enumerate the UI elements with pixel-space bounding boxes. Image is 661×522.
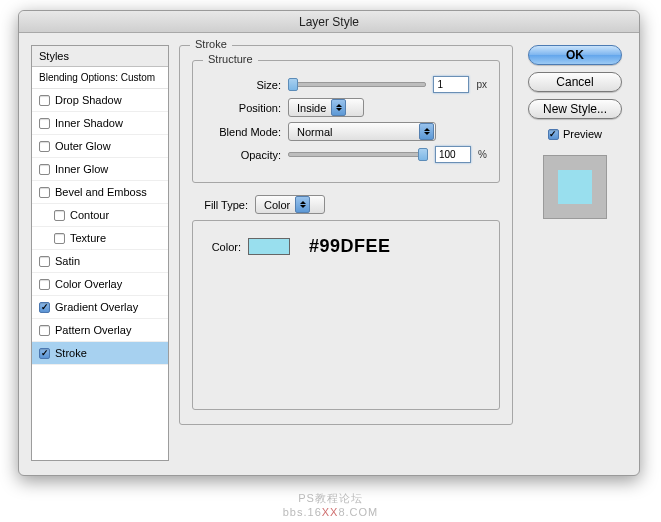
style-item-label: Inner Glow xyxy=(55,163,108,175)
checkbox-icon[interactable] xyxy=(39,95,50,106)
style-item-label: Outer Glow xyxy=(55,140,111,152)
dropdown-arrows-icon xyxy=(295,196,310,213)
style-item-pattern-overlay[interactable]: Pattern Overlay xyxy=(32,319,168,342)
preview-box xyxy=(543,155,607,219)
style-item-label: Stroke xyxy=(55,347,87,359)
size-row: Size: px xyxy=(205,76,487,93)
checkbox-icon[interactable] xyxy=(39,302,50,313)
opacity-row: Opacity: % xyxy=(205,146,487,163)
checkbox-icon[interactable] xyxy=(39,325,50,336)
filltype-label: Fill Type: xyxy=(192,199,248,211)
filltype-select[interactable]: Color xyxy=(255,195,325,214)
style-item-inner-shadow[interactable]: Inner Shadow xyxy=(32,112,168,135)
size-unit: px xyxy=(476,79,487,90)
layer-style-dialog: Layer Style Styles Blending Options: Cus… xyxy=(18,10,640,476)
style-item-contour[interactable]: Contour xyxy=(32,204,168,227)
style-item-inner-glow[interactable]: Inner Glow xyxy=(32,158,168,181)
blend-mode-select[interactable]: Normal xyxy=(288,122,436,141)
color-hex-text: #99DFEE xyxy=(309,236,391,257)
blending-options-item[interactable]: Blending Options: Custom xyxy=(32,67,168,89)
filltype-row: Fill Type: Color xyxy=(192,195,500,214)
style-item-bevel-and-emboss[interactable]: Bevel and Emboss xyxy=(32,181,168,204)
filltype-value: Color xyxy=(264,199,290,211)
styles-header[interactable]: Styles xyxy=(32,46,168,67)
watermark-line2: bbs.16XX8.COM xyxy=(0,506,661,518)
opacity-label: Opacity: xyxy=(205,149,281,161)
style-item-outer-glow[interactable]: Outer Glow xyxy=(32,135,168,158)
button-panel: OK Cancel New Style... Preview xyxy=(523,45,627,461)
preview-toggle[interactable]: Preview xyxy=(548,128,602,140)
style-item-label: Color Overlay xyxy=(55,278,122,290)
watermark-line1: PS教程论坛 xyxy=(0,491,661,506)
checkbox-icon[interactable] xyxy=(39,164,50,175)
cancel-button[interactable]: Cancel xyxy=(528,72,622,92)
style-item-label: Drop Shadow xyxy=(55,94,122,106)
checkbox-icon[interactable] xyxy=(39,279,50,290)
style-item-label: Texture xyxy=(70,232,106,244)
checkbox-icon[interactable] xyxy=(39,187,50,198)
style-item-satin[interactable]: Satin xyxy=(32,250,168,273)
styles-list-panel: Styles Blending Options: Custom Drop Sha… xyxy=(31,45,169,461)
color-swatch[interactable] xyxy=(248,238,290,255)
position-select[interactable]: Inside xyxy=(288,98,364,117)
checkbox-icon[interactable] xyxy=(39,348,50,359)
style-item-label: Contour xyxy=(70,209,109,221)
position-value: Inside xyxy=(297,102,326,114)
color-row: Color: #99DFEE xyxy=(205,236,487,257)
blend-mode-label: Blend Mode: xyxy=(205,126,281,138)
size-input[interactable] xyxy=(433,76,469,93)
watermark: PS教程论坛 bbs.16XX8.COM xyxy=(0,491,661,518)
preview-label: Preview xyxy=(563,128,602,140)
ok-button[interactable]: OK xyxy=(528,45,622,65)
window-title: Layer Style xyxy=(19,11,639,33)
style-item-label: Pattern Overlay xyxy=(55,324,131,336)
checkbox-icon[interactable] xyxy=(39,141,50,152)
settings-panel: Stroke Structure Size: px Position: xyxy=(179,45,513,461)
style-item-stroke[interactable]: Stroke xyxy=(32,342,168,365)
style-item-label: Gradient Overlay xyxy=(55,301,138,313)
position-row: Position: Inside xyxy=(205,98,487,117)
structure-legend: Structure xyxy=(203,53,258,65)
opacity-slider[interactable] xyxy=(288,148,428,162)
style-item-drop-shadow[interactable]: Drop Shadow xyxy=(32,89,168,112)
style-item-label: Satin xyxy=(55,255,80,267)
checkbox-icon[interactable] xyxy=(54,233,65,244)
color-label: Color: xyxy=(205,241,241,253)
new-style-button[interactable]: New Style... xyxy=(528,99,622,119)
style-item-label: Inner Shadow xyxy=(55,117,123,129)
blend-mode-value: Normal xyxy=(297,126,414,138)
style-item-texture[interactable]: Texture xyxy=(32,227,168,250)
structure-fieldset: Structure Size: px Position: Insi xyxy=(192,60,500,183)
style-item-color-overlay[interactable]: Color Overlay xyxy=(32,273,168,296)
fill-settings-fieldset: Color: #99DFEE xyxy=(192,220,500,410)
preview-checkbox[interactable] xyxy=(548,129,559,140)
blend-mode-row: Blend Mode: Normal xyxy=(205,122,487,141)
style-item-gradient-overlay[interactable]: Gradient Overlay xyxy=(32,296,168,319)
dialog-content: Styles Blending Options: Custom Drop Sha… xyxy=(19,33,639,475)
opacity-unit: % xyxy=(478,149,487,160)
size-slider[interactable] xyxy=(288,78,426,92)
preview-swatch xyxy=(558,170,592,204)
opacity-input[interactable] xyxy=(435,146,471,163)
size-label: Size: xyxy=(205,79,281,91)
dropdown-arrows-icon xyxy=(331,99,346,116)
position-label: Position: xyxy=(205,102,281,114)
checkbox-icon[interactable] xyxy=(39,256,50,267)
stroke-legend: Stroke xyxy=(190,38,232,50)
checkbox-icon[interactable] xyxy=(39,118,50,129)
stroke-fieldset: Stroke Structure Size: px Position: xyxy=(179,45,513,425)
dropdown-arrows-icon xyxy=(419,123,434,140)
checkbox-icon[interactable] xyxy=(54,210,65,221)
style-item-label: Bevel and Emboss xyxy=(55,186,147,198)
